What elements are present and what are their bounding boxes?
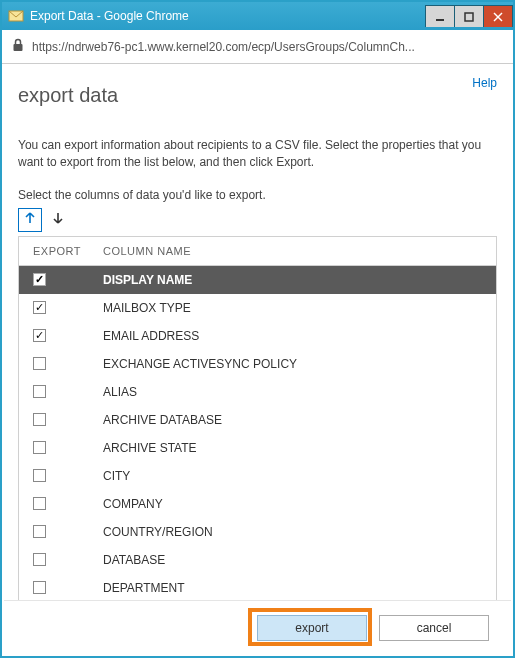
- export-checkbox[interactable]: [33, 581, 46, 594]
- column-name-cell: EMAIL ADDRESS: [103, 329, 496, 343]
- export-checkbox[interactable]: [33, 273, 46, 286]
- table-row[interactable]: DATABASE: [19, 546, 496, 574]
- window-frame: Export Data - Google Chrome https://ndrw…: [0, 0, 515, 658]
- table-row[interactable]: ARCHIVE DATABASE: [19, 406, 496, 434]
- column-name-cell: MAILBOX TYPE: [103, 301, 496, 315]
- header-column-name: COLUMN NAME: [103, 245, 496, 257]
- header-export: EXPORT: [19, 245, 103, 257]
- table-row[interactable]: CITY: [19, 462, 496, 490]
- column-name-cell: ALIAS: [103, 385, 496, 399]
- url-text[interactable]: https://ndrweb76-pc1.www.kernel20.com/ec…: [32, 40, 503, 54]
- table-row[interactable]: ALIAS: [19, 378, 496, 406]
- window-title: Export Data - Google Chrome: [30, 9, 426, 23]
- table-row[interactable]: COUNTRY/REGION: [19, 518, 496, 546]
- cancel-button[interactable]: cancel: [379, 615, 489, 641]
- dialog-footer: export cancel: [4, 600, 511, 654]
- arrow-up-icon: [23, 211, 37, 228]
- export-checkbox[interactable]: [33, 441, 46, 454]
- export-button[interactable]: export: [257, 615, 367, 641]
- intro-text: You can export information about recipie…: [18, 137, 497, 172]
- table-row[interactable]: COMPANY: [19, 490, 496, 518]
- window-close-button[interactable]: [483, 5, 513, 27]
- window-minimize-button[interactable]: [425, 5, 455, 27]
- help-link[interactable]: Help: [472, 76, 497, 90]
- window-controls: [426, 5, 513, 27]
- window-maximize-button[interactable]: [454, 5, 484, 27]
- column-name-cell: COUNTRY/REGION: [103, 525, 496, 539]
- arrow-down-icon: [51, 211, 65, 228]
- export-checkbox[interactable]: [33, 553, 46, 566]
- column-name-cell: ARCHIVE STATE: [103, 441, 496, 455]
- columns-grid: EXPORT COLUMN NAME DISPLAY NAMEMAILBOX T…: [18, 236, 497, 606]
- address-bar: https://ndrweb76-pc1.www.kernel20.com/ec…: [2, 30, 513, 64]
- export-checkbox[interactable]: [33, 329, 46, 342]
- export-checkbox[interactable]: [33, 469, 46, 482]
- titlebar: Export Data - Google Chrome: [2, 2, 513, 30]
- table-row[interactable]: DISPLAY NAME: [19, 266, 496, 294]
- table-row[interactable]: EXCHANGE ACTIVESYNC POLICY: [19, 350, 496, 378]
- select-columns-label: Select the columns of data you'd like to…: [18, 188, 497, 202]
- move-up-button[interactable]: [18, 208, 42, 232]
- table-row[interactable]: DEPARTMENT: [19, 574, 496, 602]
- table-row[interactable]: ARCHIVE STATE: [19, 434, 496, 462]
- app-mail-icon: [8, 8, 24, 24]
- column-name-cell: DEPARTMENT: [103, 581, 496, 595]
- export-checkbox[interactable]: [33, 357, 46, 370]
- grid-body[interactable]: DISPLAY NAMEMAILBOX TYPEEMAIL ADDRESSEXC…: [19, 266, 496, 605]
- export-checkbox[interactable]: [33, 525, 46, 538]
- page-content: Help export data You can export informat…: [4, 66, 511, 654]
- column-name-cell: ARCHIVE DATABASE: [103, 413, 496, 427]
- page-title: export data: [18, 84, 497, 107]
- column-name-cell: COMPANY: [103, 497, 496, 511]
- export-checkbox[interactable]: [33, 497, 46, 510]
- svg-rect-5: [14, 44, 23, 51]
- export-checkbox[interactable]: [33, 413, 46, 426]
- export-checkbox[interactable]: [33, 301, 46, 314]
- svg-rect-2: [465, 13, 473, 21]
- reorder-controls: [18, 208, 497, 232]
- table-row[interactable]: MAILBOX TYPE: [19, 294, 496, 322]
- column-name-cell: EXCHANGE ACTIVESYNC POLICY: [103, 357, 496, 371]
- column-name-cell: DATABASE: [103, 553, 496, 567]
- move-down-button[interactable]: [46, 208, 70, 232]
- export-checkbox[interactable]: [33, 385, 46, 398]
- column-name-cell: DISPLAY NAME: [103, 273, 496, 287]
- table-row[interactable]: EMAIL ADDRESS: [19, 322, 496, 350]
- column-name-cell: CITY: [103, 469, 496, 483]
- grid-header: EXPORT COLUMN NAME: [19, 237, 496, 266]
- lock-icon: [12, 38, 24, 55]
